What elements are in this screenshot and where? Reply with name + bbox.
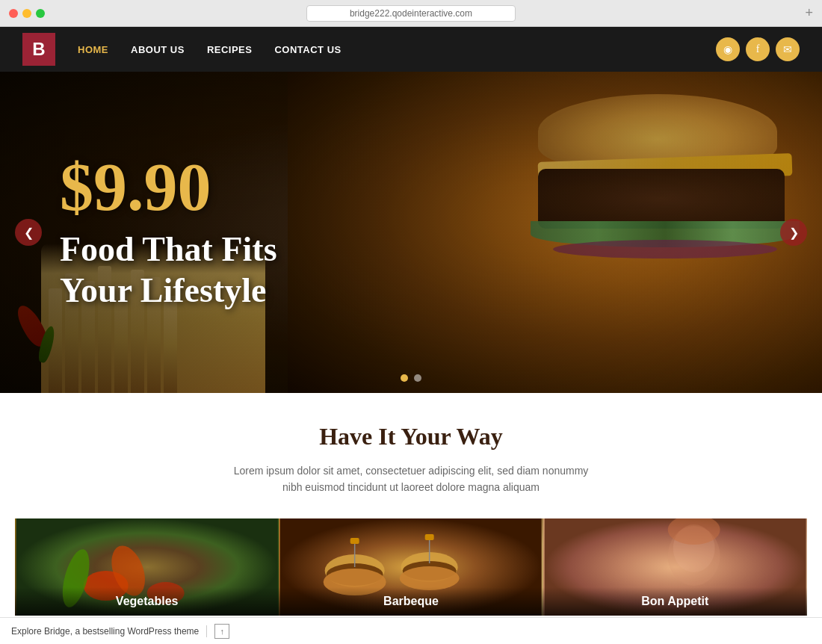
slider-dots: [401, 374, 421, 382]
nav-logo[interactable]: B: [22, 33, 55, 66]
vegetables-overlay: Vegetables: [15, 587, 279, 616]
slider-prev-button[interactable]: ❮: [15, 219, 42, 246]
svg-rect-13: [350, 538, 359, 544]
facebook-icon[interactable]: f: [746, 37, 770, 61]
section-title: Have It Your Way: [15, 423, 807, 451]
section-description: Lorem ipsum dolor sit amet, consectetuer…: [232, 462, 590, 496]
navbar: B HOME ABOUT US RECIPES CONTACT US ◉ f ✉: [0, 27, 822, 72]
browser-dots: [9, 9, 45, 18]
hero-price: $9.90: [60, 154, 277, 221]
nav-link-contact[interactable]: CONTACT US: [274, 44, 341, 55]
nav-link-about[interactable]: ABOUT US: [131, 44, 185, 55]
slider-next-button[interactable]: ❯: [780, 219, 807, 246]
nav-links: HOME ABOUT US RECIPES CONTACT US: [78, 44, 716, 55]
bottom-bar: Explore Bridge, a bestselling WordPress …: [0, 617, 822, 644]
bottom-bar-divider: [206, 625, 207, 637]
email-icon[interactable]: ✉: [776, 37, 800, 61]
nav-link-recipes[interactable]: RECIPES: [207, 44, 253, 55]
food-card-barbeque[interactable]: Barbeque: [279, 518, 543, 616]
browser-chrome: bridge222.qodeinteractive.com +: [0, 0, 822, 27]
content-section: Have It Your Way Lorem ipsum dolor sit a…: [0, 393, 822, 638]
nav-link-home[interactable]: HOME: [78, 44, 108, 55]
instagram-icon[interactable]: ◉: [716, 37, 740, 61]
close-button[interactable]: [9, 9, 18, 18]
nav-socials: ◉ f ✉: [716, 37, 800, 61]
bon-appetit-label: Bon Appetit: [641, 595, 708, 607]
scroll-up-button[interactable]: ↑: [214, 624, 229, 639]
food-card-vegetables[interactable]: Vegetables: [15, 518, 279, 616]
url-bar[interactable]: bridge222.qodeinteractive.com: [306, 5, 516, 22]
hero-title-line2: Your Lifestyle: [60, 271, 266, 309]
food-card-bon-appetit[interactable]: Bon Appetit: [543, 518, 807, 616]
food-cards-grid: Vegetables: [15, 518, 807, 616]
svg-rect-15: [425, 534, 434, 540]
hero-title-line1: Food That Fits: [60, 230, 277, 268]
barbeque-label: Barbeque: [383, 595, 439, 607]
minimize-button[interactable]: [22, 9, 31, 18]
slider-dot-1[interactable]: [401, 374, 408, 382]
slider-dot-2[interactable]: [414, 374, 421, 382]
hero-slider: $9.90 Food That Fits Your Lifestyle ❮ ❯: [0, 72, 822, 393]
barbeque-overlay: Barbeque: [279, 587, 543, 616]
bottom-bar-text: Explore Bridge, a bestselling WordPress …: [11, 626, 199, 637]
maximize-button[interactable]: [36, 9, 45, 18]
bon-appetit-overlay: Bon Appetit: [543, 587, 807, 616]
logo-letter: B: [32, 39, 45, 60]
hero-title: Food That Fits Your Lifestyle: [60, 229, 277, 311]
new-tab-button[interactable]: +: [805, 5, 813, 21]
vegetables-label: Vegetables: [116, 595, 179, 607]
hero-content: $9.90 Food That Fits Your Lifestyle: [60, 154, 277, 311]
page-content: B HOME ABOUT US RECIPES CONTACT US ◉ f ✉: [0, 27, 822, 644]
